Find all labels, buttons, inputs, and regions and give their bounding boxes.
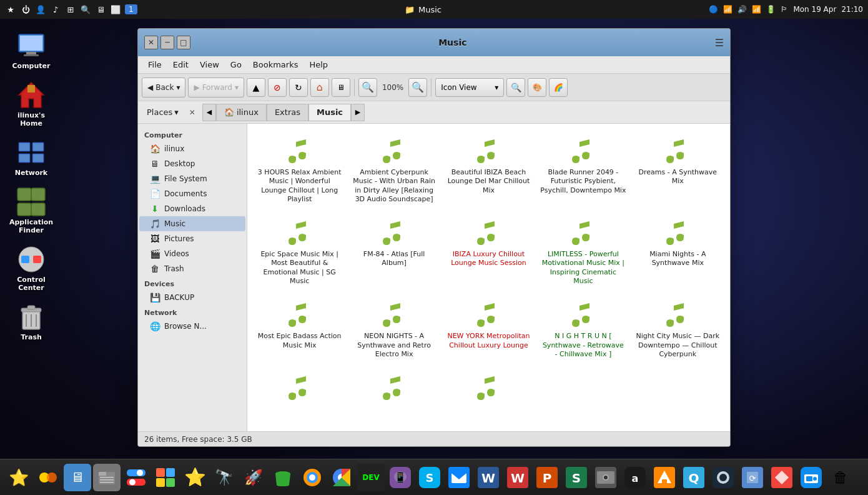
dock-amazon[interactable]: a [621, 464, 649, 491]
menu-file[interactable]: File [143, 58, 167, 71]
menu-go[interactable]: Go [225, 58, 247, 71]
desktop-icon-network[interactable]: Network [6, 135, 56, 179]
power-icon[interactable]: ⏻ [20, 4, 31, 15]
dock-circles[interactable] [34, 464, 62, 491]
view-select-dropdown[interactable]: Icon View ▾ [435, 78, 504, 97]
file-item-6[interactable]: Epic Space Music Mix | Most Beautiful & … [254, 212, 345, 291]
search-taskbar-icon[interactable]: 🔍 [80, 4, 91, 15]
menu-help[interactable]: Help [304, 58, 333, 71]
dock-anydesk[interactable] [768, 464, 796, 491]
file-item-15[interactable]: Night City Music — Dark Downtempo — Chil… [632, 294, 724, 364]
grid-icon[interactable]: ⊞ [65, 4, 76, 15]
dock-dev-tools[interactable]: DEV [357, 464, 385, 491]
sidebar-item-music[interactable]: 🎵 Music [139, 216, 245, 231]
sidebar-item-documents[interactable]: 📄 Documents [139, 186, 245, 201]
monitor-icon[interactable]: 🖥 [95, 4, 106, 15]
dock-skype[interactable]: S [416, 464, 443, 491]
sidebar-item-downloads[interactable]: ⬇ Downloads [139, 201, 245, 216]
file-item-2[interactable]: Ambient Cyberpunk Music - With Urban Rai… [348, 130, 440, 209]
sidebar-item-videos[interactable]: 🎬 Videos [139, 246, 245, 261]
dock-vlc[interactable] [651, 464, 678, 491]
dock-time-shift[interactable]: ⟳ [739, 464, 766, 491]
close-button[interactable]: ✕ [144, 36, 158, 49]
desktop-icon-computer[interactable]: Computer [6, 28, 56, 72]
dock-word[interactable]: W [475, 464, 502, 491]
file-item-11[interactable]: Most Epic Badass Action Music Mix [254, 294, 345, 364]
menu-bookmarks[interactable]: Bookmarks [248, 58, 303, 71]
desktop-icon-home[interactable]: ilinux's Home [6, 78, 56, 130]
breadcrumb-right-arrow[interactable]: ▶ [351, 104, 365, 121]
file-item-9[interactable]: LIMITLESS - Powerful Motivational Music … [537, 212, 629, 291]
file-item-17[interactable] [348, 367, 440, 411]
maximize-button[interactable]: □ [177, 36, 190, 49]
dock-star2[interactable]: ⭐ [181, 464, 209, 491]
reload-button[interactable]: ↻ [289, 78, 308, 97]
dock-steam[interactable] [709, 464, 737, 491]
places-close-button[interactable]: ✕ [186, 106, 199, 119]
file-item-16[interactable] [254, 367, 345, 411]
dock-trash[interactable]: 🗑 [827, 464, 854, 491]
dock-binoculars[interactable]: 🔭 [210, 464, 238, 491]
breadcrumb-ilinux[interactable]: 🏠 ilinux [216, 104, 267, 121]
dock-star[interactable]: ⭐ [5, 464, 32, 491]
dock-chrome[interactable] [328, 464, 355, 491]
dock-thunderbird[interactable] [445, 464, 473, 491]
file-item-13[interactable]: NEW YORK Metropolitan Chillout Luxury Lo… [443, 294, 535, 364]
zoom-out-button[interactable]: 🔍 [358, 78, 377, 97]
dock-monitor[interactable]: 🖥 [64, 464, 91, 491]
file-item-8[interactable]: IBIZA Luxury Chillout Lounge Music Sessi… [443, 212, 535, 291]
up-button[interactable]: ▲ [247, 78, 265, 97]
dock-filemanager[interactable] [93, 464, 121, 491]
sidebar-item-backup[interactable]: 💾 BACKUP [139, 290, 245, 305]
dock-colors[interactable] [152, 464, 179, 491]
breadcrumb-music[interactable]: Music [308, 104, 351, 121]
forward-button[interactable]: ▶ Forward ▾ [188, 78, 244, 98]
desktop-icon-appfinder[interactable]: Application Finder [6, 184, 56, 237]
search-button[interactable]: 🔍 [506, 78, 525, 97]
dock-teamviewer[interactable] [797, 464, 825, 491]
sidebar-item-network-browse[interactable]: 🌐 Browse N... [139, 319, 245, 334]
file-item-3[interactable]: Beautiful IBIZA Beach Lounge Del Mar Chi… [443, 130, 535, 209]
zoom-in-button[interactable]: 🔍 [408, 78, 427, 97]
theme-button[interactable]: 🌈 [549, 78, 568, 97]
file-item-4[interactable]: Blade Runner 2049 - Futuristic Psybient,… [537, 130, 629, 209]
file-item-1[interactable]: 3 HOURS Relax Ambient Music | Wonderful … [254, 130, 345, 209]
dock-presentation[interactable]: P [533, 464, 561, 491]
file-item-12[interactable]: NEON NIGHTS - A Synthwave and Retro Elec… [348, 294, 440, 364]
file-item-14[interactable]: N I G H T R U N [ Synthwave - Retrowave … [537, 294, 629, 364]
menu-edit[interactable]: Edit [168, 58, 194, 71]
dock-spreadsheet[interactable]: S [563, 464, 590, 491]
star-icon[interactable]: ★ [5, 4, 16, 15]
screen-icon[interactable]: ⬜ [110, 4, 121, 15]
back-button[interactable]: ◀ Back ▾ [142, 78, 185, 98]
sidebar-item-desktop[interactable]: 🖥 Desktop [139, 156, 245, 171]
computer-nav-button[interactable]: 🖥 [332, 78, 350, 97]
sidebar-item-pictures[interactable]: 🖼 Pictures [139, 231, 245, 246]
file-item-10[interactable]: Miami Nights - A Synthwave Mix [632, 212, 724, 291]
hamburger-menu-icon[interactable]: ☰ [715, 37, 724, 49]
sidebar-item-filesystem[interactable]: 💻 File System [139, 171, 245, 186]
dock-toggle[interactable] [122, 464, 150, 491]
menu-view[interactable]: View [195, 58, 224, 71]
dock-screenshot[interactable] [592, 464, 619, 491]
stop-button[interactable]: ⊘ [268, 78, 287, 97]
dock-rocket[interactable]: 🚀 [240, 464, 267, 491]
color-scheme-button[interactable]: 🎨 [528, 78, 546, 97]
breadcrumb-extras[interactable]: Extras [267, 104, 308, 121]
file-item-7[interactable]: FM-84 - Atlas [Full Album] [348, 212, 440, 291]
breadcrumb-left-arrow[interactable]: ◀ [202, 104, 216, 121]
sidebar-item-trash[interactable]: 🗑 Trash [139, 261, 245, 276]
file-item-5[interactable]: Dreams - A Synthwave Mix [632, 130, 724, 209]
home-button[interactable]: ⌂ [310, 78, 329, 97]
dock-bucket[interactable] [269, 464, 297, 491]
dock-qbittorrent[interactable]: Q [680, 464, 708, 491]
desktop-icon-trash[interactable]: Trash [6, 299, 56, 344]
desktop-icon-control[interactable]: Control Center [6, 242, 56, 294]
places-button[interactable]: Places ▾ [143, 106, 182, 119]
file-item-18[interactable] [443, 367, 535, 411]
sidebar-item-ilinux[interactable]: 🏠 ilinux [139, 141, 245, 156]
user-icon[interactable]: 👤 [35, 4, 46, 15]
dock-firefox[interactable] [298, 464, 326, 491]
music-icon[interactable]: ♪ [50, 4, 61, 15]
dock-viber[interactable]: 📱 [387, 464, 414, 491]
